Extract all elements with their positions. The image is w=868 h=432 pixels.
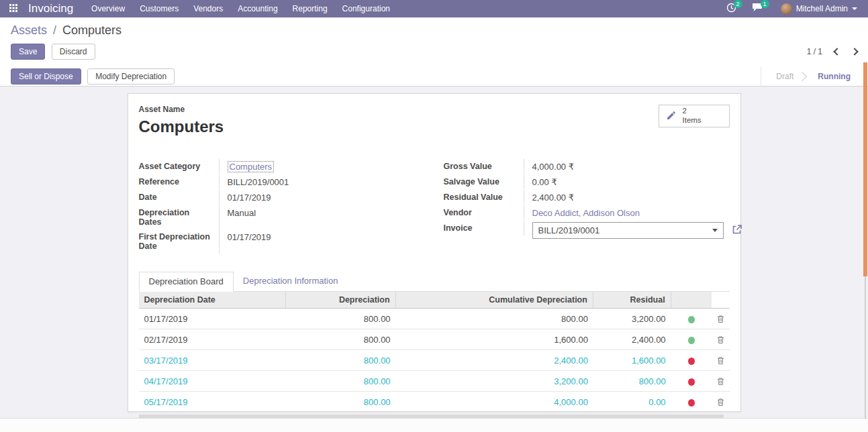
title-block: Asset Name Computers <box>139 105 224 136</box>
cell-depreciation[interactable]: 800.00 <box>286 356 396 366</box>
apps-menu-button[interactable] <box>4 3 23 15</box>
table-row[interactable]: 05/17/2019 800.00 4,000.00 0.00 <box>139 392 730 413</box>
items-stat-button[interactable]: 2 Items <box>659 105 730 127</box>
header-residual[interactable]: Residual <box>593 292 671 308</box>
form-buttons: Save Discard <box>11 44 122 60</box>
top-navbar: Invoicing Overview Customers Vendors Acc… <box>0 0 868 17</box>
save-button[interactable]: Save <box>11 44 45 60</box>
apps-grid-icon <box>9 3 17 15</box>
pager-previous-icon[interactable] <box>833 48 840 55</box>
external-link-icon[interactable] <box>732 224 742 237</box>
control-panel-left: Assets / Computers Save Discard <box>11 23 122 60</box>
modify-depreciation-button[interactable]: Modify Depreciation <box>87 68 175 85</box>
field-depreciation-dates: Depreciation Dates Manual <box>139 205 434 229</box>
cell-depreciation[interactable]: 800.00 <box>286 397 396 407</box>
unposted-status-dot <box>671 356 712 366</box>
gross-value-value[interactable]: 4,000.00 ₹ <box>524 159 575 174</box>
header-delete <box>712 292 730 308</box>
field-groups: Asset Category Computers Reference BILL/… <box>139 159 730 254</box>
cell-date[interactable]: 02/17/2019 <box>139 335 286 345</box>
action-bar: Sell or Dispose Modify Depreciation Draf… <box>0 66 868 87</box>
field-group-right: Gross Value 4,000.00 ₹ Salvage Value 0.0… <box>434 159 730 254</box>
menu-customers[interactable]: Customers <box>132 0 186 17</box>
asset-name-value[interactable]: Computers <box>139 117 224 136</box>
delete-row-button[interactable] <box>712 377 730 386</box>
cell-residual[interactable]: 2,400.00 <box>593 335 671 345</box>
field-first-depreciation-date: First Depreciation Date 01/17/2019 <box>139 229 434 254</box>
delete-row-button[interactable] <box>712 335 730 344</box>
activities-button[interactable]: 2 <box>718 3 744 15</box>
messages-button[interactable]: 1 <box>744 3 771 15</box>
invoice-label: Invoice <box>444 221 524 235</box>
cell-residual[interactable]: 800.00 <box>593 376 671 386</box>
breadcrumb-separator: / <box>53 23 56 37</box>
table-header-row: Depreciation Date Depreciation Cumulativ… <box>139 292 730 309</box>
table-row[interactable]: 01/17/2019 800.00 800.00 3,200.00 <box>139 309 730 329</box>
residual-value-value[interactable]: 2,400.00 ₹ <box>524 190 575 205</box>
cell-cumulative[interactable]: 4,000.00 <box>396 397 593 407</box>
depreciation-table: Depreciation Date Depreciation Cumulativ… <box>139 292 730 419</box>
gross-value-label: Gross Value <box>444 159 524 174</box>
user-avatar <box>781 3 792 15</box>
header-depreciation-date[interactable]: Depreciation Date <box>139 292 286 308</box>
menu-overview[interactable]: Overview <box>84 0 132 17</box>
activities-badge: 2 <box>734 0 742 8</box>
tab-bar: Depreciation Board Depreciation Informat… <box>139 271 730 292</box>
user-menu[interactable]: Mitchell Admin <box>771 3 864 15</box>
status-running[interactable]: Running <box>807 72 861 81</box>
pager-next-icon[interactable] <box>851 48 858 55</box>
cell-cumulative[interactable]: 800.00 <box>396 314 593 324</box>
cell-residual[interactable]: 3,200.00 <box>593 314 671 324</box>
cell-depreciation[interactable]: 800.00 <box>286 314 396 324</box>
depreciation-dates-value[interactable]: Manual <box>220 205 256 221</box>
delete-row-button[interactable] <box>712 398 730 407</box>
salvage-value-label: Salvage Value <box>444 174 524 189</box>
table-row[interactable]: 02/17/2019 800.00 1,600.00 2,400.00 <box>139 329 730 350</box>
menu-vendors[interactable]: Vendors <box>186 0 230 17</box>
field-group-left: Asset Category Computers Reference BILL/… <box>139 159 434 254</box>
cell-cumulative[interactable]: 2,400.00 <box>396 356 593 366</box>
control-panel: Assets / Computers Save Discard 1 / 1 <box>0 17 868 66</box>
tab-depreciation-board[interactable]: Depreciation Board <box>139 272 234 292</box>
cell-date[interactable]: 01/17/2019 <box>139 314 286 324</box>
invoice-select[interactable]: BILL/2019/0001 <box>532 222 724 239</box>
cell-cumulative[interactable]: 3,200.00 <box>396 376 593 386</box>
discard-button[interactable]: Discard <box>52 44 95 60</box>
cell-cumulative[interactable]: 1,600.00 <box>396 335 593 345</box>
app-name[interactable]: Invoicing <box>28 2 73 15</box>
reference-value[interactable]: BILL/2019/0001 <box>220 174 289 190</box>
table-row[interactable]: 03/17/2019 800.00 2,400.00 1,600.00 <box>139 350 730 371</box>
first-depreciation-date-value[interactable]: 01/17/2019 <box>220 229 271 245</box>
vertical-scrollbar-track <box>865 276 866 419</box>
cell-date[interactable]: 05/17/2019 <box>139 397 286 407</box>
cell-depreciation[interactable]: 800.00 <box>286 335 396 345</box>
cell-depreciation[interactable]: 800.00 <box>286 376 396 386</box>
header-cumulative-depreciation[interactable]: Cumulative Depreciation <box>396 292 593 308</box>
cell-date[interactable]: 03/17/2019 <box>139 356 286 366</box>
vendor-label: Vendor <box>444 205 524 220</box>
breadcrumb-assets-link[interactable]: Assets <box>11 23 47 37</box>
asset-category-value[interactable]: Computers <box>228 161 275 172</box>
menu-reporting[interactable]: Reporting <box>285 0 335 17</box>
vendor-value[interactable]: Deco Addict, Addison Olson <box>524 205 640 221</box>
unposted-status-dot <box>671 376 712 386</box>
delete-row-button[interactable] <box>712 356 730 365</box>
header-depreciation[interactable]: Depreciation <box>286 292 396 308</box>
cell-date[interactable]: 04/17/2019 <box>139 376 286 386</box>
delete-row-button[interactable] <box>712 315 730 323</box>
tab-depreciation-information[interactable]: Depreciation Information <box>234 272 348 292</box>
chatter-area <box>0 418 868 432</box>
vertical-scrollbar-thumb[interactable] <box>863 62 867 276</box>
chevron-down-icon <box>852 7 857 10</box>
table-row[interactable]: 04/17/2019 800.00 3,200.00 800.00 <box>139 371 730 392</box>
salvage-value-value[interactable]: 0.00 ₹ <box>524 174 557 190</box>
cell-residual[interactable]: 1,600.00 <box>593 356 671 366</box>
unposted-status-dot <box>671 397 712 407</box>
messages-badge: 1 <box>761 0 769 8</box>
menu-accounting[interactable]: Accounting <box>230 0 285 17</box>
sell-or-dispose-button[interactable]: Sell or Dispose <box>11 68 81 85</box>
date-value[interactable]: 01/17/2019 <box>220 190 271 205</box>
cell-residual[interactable]: 0.00 <box>593 397 671 407</box>
first-depreciation-date-label: First Depreciation Date <box>139 229 220 254</box>
menu-configuration[interactable]: Configuration <box>335 0 397 17</box>
